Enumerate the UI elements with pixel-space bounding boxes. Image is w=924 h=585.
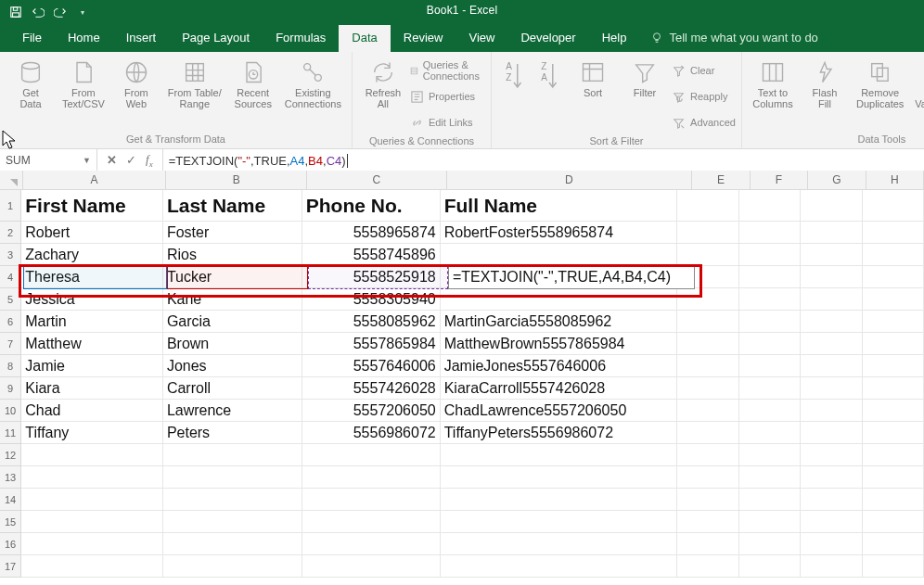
cell[interactable] xyxy=(163,466,302,489)
from-text-csv-button[interactable]: From Text/CSV xyxy=(58,57,109,109)
cell[interactable]: 5557426028 xyxy=(302,377,441,400)
cell[interactable] xyxy=(739,444,801,466)
enter-icon[interactable]: ✓ xyxy=(126,153,136,168)
row-header[interactable]: 15 xyxy=(0,511,21,533)
cell[interactable] xyxy=(739,244,801,266)
sort-za-button[interactable]: ZA xyxy=(533,57,566,96)
col-header[interactable]: D xyxy=(447,171,693,189)
qat-dropdown-icon[interactable]: ▾ xyxy=(76,6,89,19)
cell[interactable] xyxy=(863,266,924,288)
cell[interactable] xyxy=(801,511,862,533)
cell[interactable] xyxy=(441,489,678,511)
cell[interactable] xyxy=(739,288,801,311)
col-header[interactable]: C xyxy=(307,171,447,189)
cell[interactable] xyxy=(21,555,163,578)
cell[interactable] xyxy=(863,466,924,489)
cell[interactable] xyxy=(21,489,163,511)
cell[interactable] xyxy=(677,444,738,466)
select-all-button[interactable] xyxy=(0,171,23,189)
cell[interactable] xyxy=(441,444,678,466)
tab-file[interactable]: File xyxy=(9,25,55,52)
cell[interactable] xyxy=(863,533,924,555)
row-header[interactable]: 6 xyxy=(0,311,21,333)
undo-icon[interactable] xyxy=(32,6,45,19)
cell[interactable] xyxy=(441,244,678,266)
cell[interactable] xyxy=(677,400,738,422)
name-box[interactable]: SUM▼ xyxy=(0,149,97,172)
row-header[interactable]: 16 xyxy=(0,533,21,555)
cell[interactable]: Zachary xyxy=(21,244,163,266)
cell[interactable]: 5557206050 xyxy=(302,400,441,422)
cell[interactable]: Kiara xyxy=(21,377,163,400)
cell[interactable] xyxy=(441,266,678,288)
cell[interactable] xyxy=(302,466,441,489)
cell[interactable] xyxy=(863,311,924,333)
cell[interactable]: 5557865984 xyxy=(302,333,441,355)
cell[interactable] xyxy=(863,355,924,377)
cell[interactable]: Phone No. xyxy=(302,190,441,222)
cell[interactable] xyxy=(801,533,862,555)
tab-insert[interactable]: Insert xyxy=(113,25,170,52)
cell[interactable] xyxy=(739,511,801,533)
text-to-columns-button[interactable]: Text to Columns xyxy=(748,57,798,109)
tab-home[interactable]: Home xyxy=(55,25,113,52)
tab-formulas[interactable]: Formulas xyxy=(263,25,339,52)
edit-links-button[interactable]: Edit Links xyxy=(410,111,485,134)
cell[interactable] xyxy=(441,466,678,489)
sort-button[interactable]: Sort xyxy=(568,57,618,98)
cell[interactable] xyxy=(739,311,801,333)
cell[interactable] xyxy=(863,333,924,355)
cell[interactable] xyxy=(801,288,862,311)
cell[interactable] xyxy=(677,377,738,400)
cell[interactable] xyxy=(739,555,801,578)
cell[interactable] xyxy=(441,555,678,578)
save-icon[interactable] xyxy=(9,6,22,19)
cancel-icon[interactable]: ✕ xyxy=(107,153,117,168)
cell[interactable]: KiaraCarroll5557426028 xyxy=(441,377,678,400)
cell[interactable] xyxy=(677,311,738,333)
col-header[interactable]: B xyxy=(166,171,307,189)
tell-me[interactable]: Tell me what you want to do xyxy=(639,24,828,52)
cell[interactable] xyxy=(863,244,924,266)
cell[interactable]: Martin xyxy=(21,311,163,333)
cell[interactable]: Full Name xyxy=(441,190,678,222)
cell[interactable]: Jessica xyxy=(21,288,163,311)
cell[interactable]: First Name xyxy=(21,190,163,222)
cell[interactable] xyxy=(863,511,924,533)
cell[interactable] xyxy=(863,190,924,222)
cell[interactable]: Brown xyxy=(163,333,302,355)
cell[interactable] xyxy=(739,266,801,288)
cell[interactable] xyxy=(302,444,441,466)
data-validation-button[interactable]: Data Validation xyxy=(910,57,924,109)
cell[interactable] xyxy=(863,400,924,422)
cell[interactable] xyxy=(441,533,678,555)
advanced-button[interactable]: Advanced xyxy=(672,111,736,134)
row-header[interactable]: 17 xyxy=(0,555,21,578)
formula-input[interactable]: =TEXTJOIN("-",TRUE,A4,B4,C4) xyxy=(163,149,924,172)
redo-icon[interactable] xyxy=(54,6,67,19)
clear-button[interactable]: Clear xyxy=(672,59,736,82)
cell[interactable] xyxy=(801,244,862,266)
row-header[interactable]: 11 xyxy=(0,422,21,444)
cell[interactable] xyxy=(302,511,441,533)
cell[interactable] xyxy=(739,489,801,511)
cell[interactable] xyxy=(801,555,862,578)
cell[interactable] xyxy=(863,489,924,511)
cell[interactable]: Theresa xyxy=(21,266,163,288)
remove-duplicates-button[interactable]: Remove Duplicates xyxy=(852,57,908,109)
cell[interactable] xyxy=(739,190,801,222)
col-header[interactable]: G xyxy=(808,171,866,189)
row-header[interactable]: 13 xyxy=(0,466,21,489)
cell[interactable]: 5558305940 xyxy=(302,288,441,311)
cell[interactable] xyxy=(21,533,163,555)
cell[interactable] xyxy=(163,555,302,578)
cell[interactable]: Kane xyxy=(163,288,302,311)
cell[interactable]: Robert xyxy=(21,222,163,244)
row-header[interactable]: 4 xyxy=(0,266,21,288)
cell[interactable] xyxy=(801,311,862,333)
cell[interactable]: TiffanyPeters5556986072 xyxy=(441,422,678,444)
cell[interactable]: Peters xyxy=(163,422,302,444)
from-table-range-button[interactable]: From Table/ Range xyxy=(163,57,226,109)
cell[interactable]: Carroll xyxy=(163,377,302,400)
cell[interactable]: 5558745896 xyxy=(302,244,441,266)
